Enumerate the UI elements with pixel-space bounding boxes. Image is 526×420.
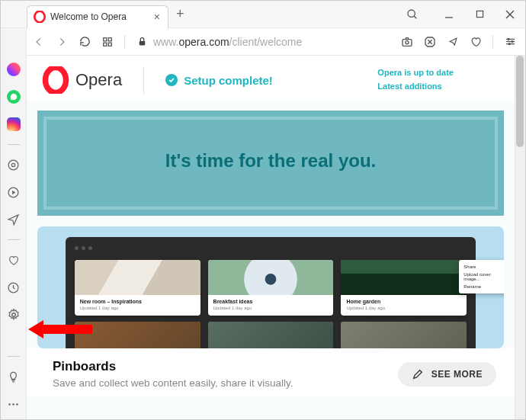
easy-setup-icon[interactable] [501,33,519,51]
window-maximize-button[interactable] [464,4,495,25]
sidebar [1,28,27,419]
settings-icon[interactable] [6,307,21,322]
adblock-icon[interactable] [421,33,439,51]
svg-point-31 [8,403,11,406]
heart-icon[interactable] [467,33,485,51]
svg-marker-27 [12,190,15,194]
svg-point-25 [11,163,14,166]
svg-line-2 [414,16,416,18]
page-content: Opera Setup complete! Opera is up to dat… [27,56,525,419]
flow-send-icon[interactable] [6,212,21,227]
hero-text: It's time for the real you. [54,150,487,172]
svg-marker-17 [450,38,457,45]
svg-rect-9 [104,43,107,46]
messenger-icon[interactable] [6,62,21,77]
history-icon[interactable] [6,280,21,295]
svg-point-24 [8,160,18,170]
edit-icon [412,368,424,380]
scrollbar-thumb[interactable] [516,56,524,147]
svg-rect-8 [108,37,111,40]
preview-card: New room – InspirationsUpdated 1 day ago [75,260,200,316]
logo-text: Opera [75,70,122,90]
url-text: www.opera.com/client/welcome [153,36,302,48]
titlebar: Welcome to Opera × + [1,1,525,28]
svg-rect-10 [108,43,111,46]
svg-rect-12 [403,39,412,46]
window-minimize-button[interactable] [434,4,464,25]
nav-back-button[interactable] [28,31,50,53]
tab-close-icon[interactable]: × [131,11,162,23]
see-more-button[interactable]: SEE MORE [398,362,496,386]
tab-title: Welcome to Opera [50,11,127,22]
tips-icon[interactable] [6,369,21,384]
scrollbar-track[interactable] [515,56,525,419]
tab-active[interactable]: Welcome to Opera × [27,5,168,28]
address-bar[interactable]: www.opera.com/client/welcome [131,36,396,48]
svg-rect-7 [104,37,107,40]
page-header: Opera Setup complete! Opera is up to dat… [27,56,515,100]
svg-point-0 [34,11,44,23]
send-icon[interactable] [444,33,462,51]
sidebar-separator [8,144,20,145]
opera-logo: Opera [42,66,122,94]
more-icon[interactable] [6,396,21,412]
section-title: Pinboards [53,359,293,374]
pinboard-icon[interactable] [6,157,21,172]
sidebar-separator [8,356,20,357]
opera-o-icon [42,66,69,94]
context-menu: Share Upload cover image... Rename [459,260,504,293]
opera-favicon [34,11,46,23]
check-icon [165,74,178,86]
svg-point-22 [512,41,513,43]
snapshot-icon[interactable] [398,33,416,51]
nav-forward-button[interactable] [51,31,72,53]
svg-point-1 [408,10,415,17]
tabs-search-icon[interactable] [406,8,419,21]
speed-dial-button[interactable] [97,31,118,53]
window-close-button[interactable] [495,4,525,25]
toolbar: www.opera.com/client/welcome [1,28,525,56]
new-tab-button[interactable]: + [168,6,192,22]
svg-point-23 [508,43,510,45]
svg-rect-4 [476,11,483,17]
svg-point-32 [12,403,14,406]
pinboards-section: Pinboards Save and collect web content e… [27,348,515,396]
whatsapp-icon[interactable] [6,89,21,104]
header-links[interactable]: Opera is up to date Latest additions [377,66,499,93]
svg-point-21 [508,38,509,40]
instagram-icon[interactable] [6,117,21,132]
svg-rect-11 [140,41,146,45]
preview-card: Breakfast ideasUpdated 1 day ago [208,260,334,316]
sidebar-separator [8,239,20,240]
pinboards-preview: New room – InspirationsUpdated 1 day ago… [37,226,504,348]
nav-reload-button[interactable] [74,31,95,53]
section-desc: Save and collect web content easily, sha… [53,377,293,389]
favorites-icon[interactable] [6,252,21,268]
lock-icon [137,37,147,46]
svg-point-13 [406,40,409,43]
svg-marker-28 [8,215,18,225]
hero-banner: It's time for the real you. [37,111,504,216]
preview-card: Home gardenUpdated 1 day ago Share Uploa… [341,260,467,316]
svg-point-33 [16,403,18,406]
player-icon[interactable] [6,184,21,200]
setup-complete: Setup complete! [165,74,273,87]
svg-point-34 [46,68,66,93]
svg-point-30 [11,313,15,317]
